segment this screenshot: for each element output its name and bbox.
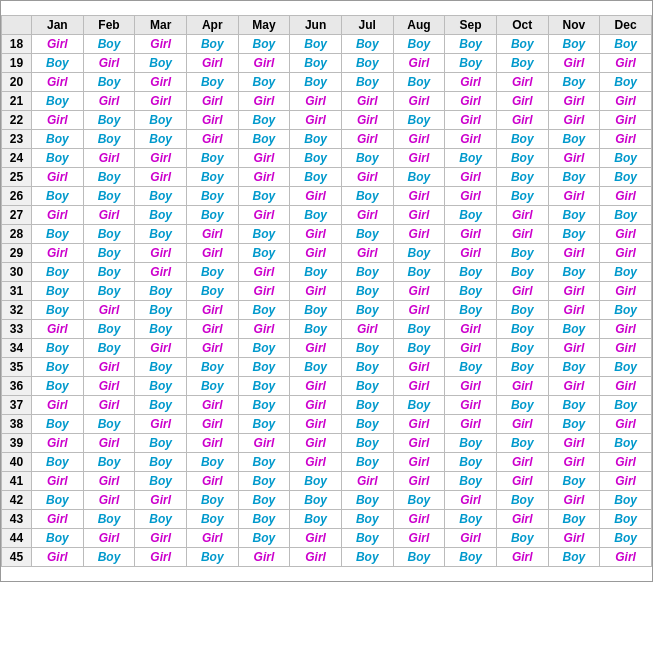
age-cell: 23 bbox=[2, 130, 32, 149]
calendar-cell: Girl bbox=[135, 92, 187, 111]
calendar-cell: Boy bbox=[548, 168, 600, 187]
girl-label: Girl bbox=[460, 75, 481, 89]
calendar-cell: Girl bbox=[445, 73, 497, 92]
table-row: 22GirlBoyBoyGirlBoyGirlGirlBoyGirlGirlGi… bbox=[2, 111, 652, 130]
girl-label: Girl bbox=[150, 531, 171, 545]
girl-label: Girl bbox=[305, 379, 326, 393]
calendar-cell: Boy bbox=[445, 453, 497, 472]
calendar-cell: Girl bbox=[496, 206, 548, 225]
calendar-cell: Girl bbox=[341, 130, 393, 149]
girl-label: Girl bbox=[460, 94, 481, 108]
boy-label: Boy bbox=[511, 246, 534, 260]
age-cell: 38 bbox=[2, 415, 32, 434]
calendar-cell: Girl bbox=[600, 548, 652, 567]
calendar-cell: Girl bbox=[290, 548, 342, 567]
table-row: 25GirlBoyGirlBoyGirlBoyGirlBoyGirlBoyBoy… bbox=[2, 168, 652, 187]
boy-label: Boy bbox=[459, 436, 482, 450]
page-title bbox=[1, 1, 652, 15]
calendar-cell: Boy bbox=[341, 301, 393, 320]
girl-label: Girl bbox=[564, 341, 585, 355]
girl-label: Girl bbox=[460, 379, 481, 393]
table-row: 40BoyBoyBoyBoyBoyGirlBoyGirlBoyGirlGirlG… bbox=[2, 453, 652, 472]
calendar-cell: Boy bbox=[135, 111, 187, 130]
calendar-cell: Boy bbox=[83, 225, 135, 244]
girl-label: Girl bbox=[615, 56, 636, 70]
age-cell: 22 bbox=[2, 111, 32, 130]
boy-label: Boy bbox=[459, 56, 482, 70]
girl-label: Girl bbox=[512, 379, 533, 393]
boy-label: Boy bbox=[511, 303, 534, 317]
calendar-cell: Boy bbox=[341, 149, 393, 168]
boy-label: Boy bbox=[614, 360, 637, 374]
boy-label: Boy bbox=[511, 170, 534, 184]
boy-label: Boy bbox=[356, 455, 379, 469]
calendar-cell: Boy bbox=[496, 35, 548, 54]
age-cell: 26 bbox=[2, 187, 32, 206]
calendar-cell: Girl bbox=[238, 320, 290, 339]
boy-label: Boy bbox=[408, 341, 431, 355]
boy-label: Boy bbox=[356, 227, 379, 241]
boy-label: Boy bbox=[149, 303, 172, 317]
calendar-cell: Boy bbox=[341, 263, 393, 282]
boy-label: Boy bbox=[563, 265, 586, 279]
boy-label: Boy bbox=[563, 322, 586, 336]
girl-label: Girl bbox=[460, 531, 481, 545]
age-cell: 21 bbox=[2, 92, 32, 111]
calendar-cell: Girl bbox=[600, 320, 652, 339]
girl-label: Girl bbox=[409, 227, 430, 241]
calendar-cell: Girl bbox=[496, 472, 548, 491]
calendar-cell: Girl bbox=[135, 491, 187, 510]
calendar-cell: Girl bbox=[548, 149, 600, 168]
calendar-cell: Girl bbox=[83, 149, 135, 168]
boy-label: Boy bbox=[253, 417, 276, 431]
calendar-cell: Boy bbox=[238, 396, 290, 415]
calendar-cell: Girl bbox=[445, 396, 497, 415]
boy-label: Boy bbox=[46, 284, 69, 298]
calendar-cell: Boy bbox=[135, 54, 187, 73]
calendar-cell: Boy bbox=[548, 35, 600, 54]
girl-label: Girl bbox=[305, 94, 326, 108]
calendar-cell: Boy bbox=[83, 510, 135, 529]
calendar-cell: Boy bbox=[290, 149, 342, 168]
girl-label: Girl bbox=[409, 474, 430, 488]
boy-label: Boy bbox=[304, 132, 327, 146]
girl-label: Girl bbox=[202, 398, 223, 412]
calendar-cell: Boy bbox=[32, 491, 84, 510]
calendar-cell: Boy bbox=[496, 244, 548, 263]
calendar-cell: Girl bbox=[83, 358, 135, 377]
calendar-cell: Girl bbox=[600, 244, 652, 263]
girl-label: Girl bbox=[615, 189, 636, 203]
girl-label: Girl bbox=[564, 151, 585, 165]
boy-label: Boy bbox=[149, 379, 172, 393]
calendar-cell: Boy bbox=[341, 453, 393, 472]
boy-label: Boy bbox=[511, 189, 534, 203]
calendar-cell: Boy bbox=[600, 358, 652, 377]
calendar-cell: Girl bbox=[32, 396, 84, 415]
boy-label: Boy bbox=[614, 531, 637, 545]
calendar-cell: Girl bbox=[186, 111, 238, 130]
boy-label: Boy bbox=[563, 474, 586, 488]
calendar-container: JanFebMarAprMayJunJulAugSepOctNovDec 18G… bbox=[0, 0, 653, 582]
calendar-cell: Boy bbox=[238, 244, 290, 263]
calendar-cell: Boy bbox=[341, 282, 393, 301]
boy-label: Boy bbox=[304, 322, 327, 336]
calendar-cell: Boy bbox=[186, 168, 238, 187]
calendar-cell: Boy bbox=[186, 35, 238, 54]
calendar-cell: Girl bbox=[393, 434, 445, 453]
girl-label: Girl bbox=[47, 322, 68, 336]
calendar-cell: Boy bbox=[186, 206, 238, 225]
calendar-cell: Girl bbox=[238, 548, 290, 567]
girl-label: Girl bbox=[460, 246, 481, 260]
girl-label: Girl bbox=[615, 550, 636, 564]
calendar-cell: Girl bbox=[83, 377, 135, 396]
calendar-cell: Girl bbox=[186, 529, 238, 548]
calendar-cell: Boy bbox=[32, 377, 84, 396]
calendar-cell: Boy bbox=[32, 415, 84, 434]
girl-label: Girl bbox=[460, 189, 481, 203]
calendar-cell: Boy bbox=[393, 548, 445, 567]
table-row: 19BoyGirlBoyGirlGirlBoyBoyGirlBoyBoyGirl… bbox=[2, 54, 652, 73]
boy-label: Boy bbox=[563, 360, 586, 374]
girl-label: Girl bbox=[409, 303, 430, 317]
calendar-cell: Girl bbox=[548, 377, 600, 396]
table-row: 30BoyBoyGirlBoyGirlBoyBoyBoyBoyBoyBoyBoy bbox=[2, 263, 652, 282]
